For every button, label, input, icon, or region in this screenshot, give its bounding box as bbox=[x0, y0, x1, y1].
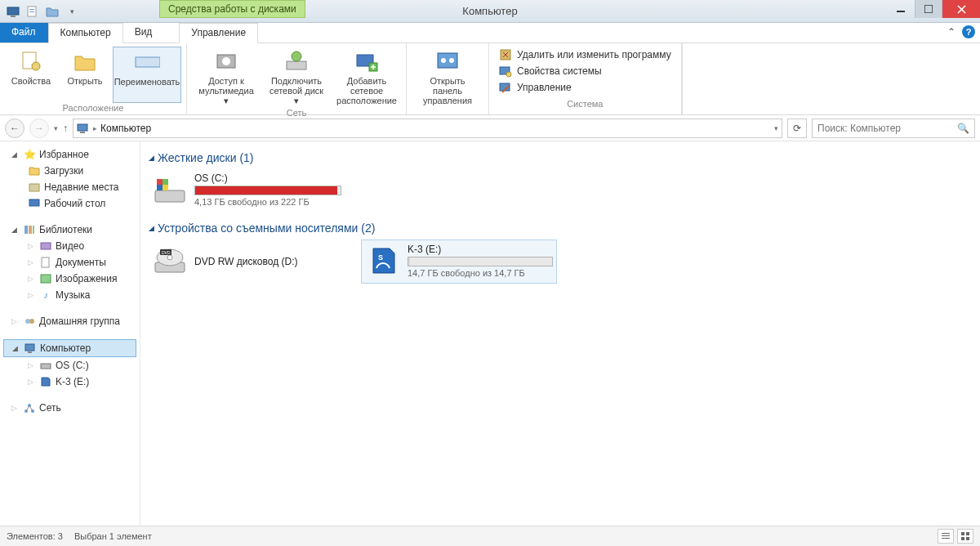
svg-rect-44 bbox=[157, 179, 163, 185]
svg-rect-33 bbox=[41, 275, 51, 283]
system-properties-button[interactable]: Свойства системы bbox=[496, 63, 675, 79]
properties-button[interactable]: Свойства bbox=[5, 47, 57, 103]
svg-rect-25 bbox=[80, 132, 85, 133]
help-icon[interactable]: ? bbox=[962, 25, 975, 38]
tab-computer[interactable]: Компьютер bbox=[48, 23, 123, 43]
navigation-pane: ◢⭐Избранное Загрузки Недавние места Рабо… bbox=[0, 141, 140, 526]
svg-rect-57 bbox=[966, 532, 969, 535]
manage-button[interactable]: Управление bbox=[496, 79, 675, 96]
sidebar-os-drive[interactable]: ▷OS (C:) bbox=[0, 357, 140, 374]
map-drive-button[interactable]: Подключить сетевой диск ▾ bbox=[262, 47, 331, 108]
back-button[interactable]: ← bbox=[5, 119, 24, 138]
qat-dropdown-icon[interactable]: ▾ bbox=[64, 3, 80, 20]
status-selected: Выбран 1 элемент bbox=[74, 531, 152, 541]
sidebar-video[interactable]: ▷Видео bbox=[0, 238, 140, 254]
folder-qat-icon[interactable] bbox=[44, 3, 60, 20]
video-icon bbox=[39, 239, 52, 253]
search-input[interactable]: Поиск: Компьютер 🔍 bbox=[812, 119, 975, 138]
star-icon: ⭐ bbox=[23, 148, 36, 161]
svg-rect-29 bbox=[29, 226, 32, 234]
title-bar: ▾ Средства работы с дисками Компьютер bbox=[0, 0, 980, 23]
open-button[interactable]: Открыть bbox=[59, 47, 111, 103]
sidebar-label: Музыка bbox=[56, 289, 90, 301]
add-location-label: Добавить сетевое расположение bbox=[336, 76, 397, 105]
sidebar-label: Домашняя группа bbox=[39, 316, 120, 327]
close-button[interactable] bbox=[942, 0, 980, 18]
properties-label: Свойства bbox=[11, 76, 51, 86]
view-details-button[interactable] bbox=[938, 529, 954, 544]
sidebar-favorites[interactable]: ◢⭐Избранное bbox=[0, 146, 140, 163]
rename-button[interactable]: Переименовать bbox=[113, 47, 181, 103]
group-label: Устройства со съемными носителями (2) bbox=[158, 222, 375, 235]
sidebar-label: Недавние места bbox=[44, 181, 118, 193]
up-button[interactable]: ↑ bbox=[63, 123, 68, 134]
sidebar-music[interactable]: ▷♪Музыка bbox=[0, 287, 140, 303]
ribbon-group-system: Открыть панель управления Удалить или из… bbox=[407, 43, 683, 114]
control-panel-icon bbox=[434, 48, 461, 74]
tab-manage[interactable]: Управление bbox=[179, 23, 258, 43]
drive-k3-e[interactable]: S K-3 (E:) 14,7 ГБ свободно из 14,7 ГБ bbox=[361, 239, 557, 284]
svg-point-22 bbox=[506, 72, 511, 77]
tab-view[interactable]: Вид bbox=[123, 23, 165, 43]
group-removable[interactable]: ◢Устройства со съемными носителями (2) bbox=[149, 222, 972, 235]
view-tiles-button[interactable] bbox=[957, 529, 973, 544]
media-icon bbox=[213, 48, 239, 74]
svg-rect-26 bbox=[29, 184, 39, 191]
add-location-button[interactable]: Добавить сетевое расположение bbox=[332, 47, 401, 108]
sysprops-icon bbox=[499, 65, 512, 78]
group-hard-drives[interactable]: ◢Жесткие диски (1) bbox=[149, 151, 972, 164]
properties-icon bbox=[18, 48, 44, 74]
svg-rect-9 bbox=[136, 57, 160, 67]
control-panel-label: Открыть панель управления bbox=[418, 76, 477, 105]
ribbon-group-network: Доступ к мультимедиа ▾ Подключить сетево… bbox=[187, 43, 407, 114]
sidebar-label: Библиотеки bbox=[39, 224, 92, 235]
control-panel-button[interactable]: Открыть панель управления bbox=[413, 47, 482, 107]
sidebar-recent[interactable]: Недавние места bbox=[0, 179, 140, 195]
window-title: Компьютер bbox=[462, 5, 517, 17]
svg-rect-37 bbox=[28, 351, 32, 353]
sidebar-k3-drive[interactable]: ▷K-3 (E:) bbox=[0, 374, 140, 390]
breadcrumb-dropdown-icon[interactable]: ▾ bbox=[774, 124, 778, 132]
status-item-count: Элементов: 3 bbox=[7, 531, 63, 541]
minimize-button[interactable] bbox=[887, 0, 915, 18]
sidebar-desktop[interactable]: Рабочий стол bbox=[0, 195, 140, 212]
tab-file[interactable]: Файл bbox=[0, 23, 48, 43]
rename-icon bbox=[134, 49, 160, 75]
forward-button[interactable]: → bbox=[29, 119, 49, 138]
svg-point-8 bbox=[32, 62, 40, 70]
manage-icon bbox=[499, 81, 512, 94]
drive-os-c[interactable]: OS (C:) 4,13 ГБ свободно из 222 ГБ bbox=[149, 169, 345, 212]
svg-rect-0 bbox=[7, 7, 19, 15]
media-access-button[interactable]: Доступ к мультимедиа ▾ bbox=[192, 47, 261, 108]
ribbon-tabs: Файл Компьютер Вид Управление ⌃ ? bbox=[0, 23, 980, 43]
drive-usage-bar bbox=[194, 186, 341, 195]
documents-icon bbox=[39, 256, 52, 269]
breadcrumb-bar[interactable]: ▸ Компьютер ▾ bbox=[73, 119, 782, 138]
properties-qat-icon[interactable] bbox=[24, 3, 41, 20]
sidebar-pictures[interactable]: ▷Изображения bbox=[0, 271, 140, 287]
drive-dvd[interactable]: DVD DVD RW дисковод (D:) bbox=[149, 239, 345, 284]
refresh-button[interactable]: ⟳ bbox=[787, 119, 807, 138]
collapse-ribbon-icon[interactable]: ⌃ bbox=[947, 26, 956, 38]
svg-rect-3 bbox=[29, 9, 34, 10]
map-drive-icon bbox=[283, 48, 310, 74]
sidebar-homegroup[interactable]: ▷Домашняя группа bbox=[0, 313, 140, 329]
hdd-icon bbox=[152, 172, 188, 208]
explorer-body: ◢⭐Избранное Загрузки Недавние места Рабо… bbox=[0, 141, 980, 526]
svg-rect-13 bbox=[287, 61, 306, 69]
drive-name: DVD RW дисковод (D:) bbox=[194, 256, 298, 267]
sidebar-computer[interactable]: ◢Компьютер bbox=[3, 339, 136, 357]
breadcrumb-item[interactable]: Компьютер bbox=[100, 123, 151, 134]
group-label-system: Система bbox=[496, 99, 675, 110]
uninstall-program-button[interactable]: Удалить или изменить программу bbox=[496, 47, 675, 63]
recent-icon bbox=[28, 181, 41, 194]
maximize-button[interactable] bbox=[915, 0, 942, 18]
sidebar-network[interactable]: ▷Сеть bbox=[0, 400, 140, 416]
sidebar-downloads[interactable]: Загрузки bbox=[0, 163, 140, 179]
uninstall-icon bbox=[499, 48, 512, 61]
sidebar-libraries[interactable]: ◢Библиотеки bbox=[0, 222, 140, 238]
sidebar-documents[interactable]: ▷Документы bbox=[0, 254, 140, 271]
sidebar-label: OS (C:) bbox=[56, 360, 89, 371]
svg-rect-53 bbox=[942, 533, 950, 534]
recent-locations-icon[interactable]: ▾ bbox=[54, 124, 58, 132]
